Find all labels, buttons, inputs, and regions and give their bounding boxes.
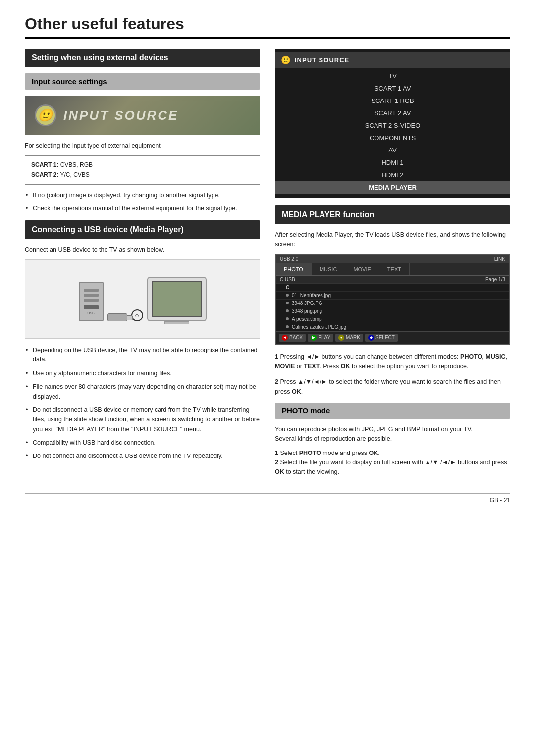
menu-item-scart2av: SCART 2 AV <box>275 107 510 119</box>
mp-mark-button: ● MARK <box>335 334 363 342</box>
mediaplayer-instruction-2: 2 Press ▲/▼/◄/► to select the folder whe… <box>275 377 510 397</box>
input-source-banner-text: INPUT SOURCE <box>63 108 178 123</box>
mp-folder: C <box>276 284 509 292</box>
tv-screen <box>152 281 202 317</box>
media-player-ui: USB 2.0 LINK PHOTO MUSIC MOVIE TEXT C US… <box>275 254 510 345</box>
photo-mode-steps: 1 Select PHOTO mode and press OK. 2 Sele… <box>275 449 510 477</box>
menu-item-scart1av: SCART 1 AV <box>275 82 510 95</box>
scart2-info: SCART 2: Y/C, CVBS <box>31 170 254 180</box>
page-title: Other useful features <box>25 15 510 39</box>
menu-item-scart2svideo: SCART 2 S-VIDEO <box>275 119 510 132</box>
section-header-input-source: Input source settings <box>25 73 260 90</box>
mp-tabs: PHOTO MUSIC MOVIE TEXT <box>276 263 509 276</box>
mp-file-3: 3948 png.png <box>276 307 509 315</box>
scart-info-box: SCART 1: CVBS, RGB SCART 2: Y/C, CVBS <box>25 155 260 185</box>
menu-item-mediaplayer: MEDIA PLAYER <box>275 181 510 194</box>
signal-type-bullets: If no (colour) image is displayed, try c… <box>25 191 260 214</box>
menu-item-hdmi2: HDMI 2 <box>275 169 510 181</box>
bullet-colour-image: If no (colour) image is displayed, try c… <box>25 191 260 200</box>
smiley-icon: 🙂 <box>35 104 56 126</box>
bullet-connect-disconnect: Do not connect and disconnect a USB devi… <box>25 452 260 461</box>
tv-body <box>147 277 207 321</box>
mp-file-5: Calines azules JPEG.jpg <box>276 323 509 331</box>
mp-play-button: ▶ PLAY <box>308 334 333 342</box>
connection-arrow: ○ <box>131 309 143 321</box>
mp-file-2: 3948 JPG.PG <box>276 300 509 307</box>
menu-smiley-icon: 🙂 <box>281 55 291 65</box>
mp-breadcrumb-row: C USB Page 1/3 <box>276 276 509 284</box>
mp-page-info: Page 1/3 <box>485 277 505 282</box>
mp-file-bullet-5 <box>286 325 289 328</box>
menu-item-tv: TV <box>275 70 510 82</box>
mp-file-bullet-2 <box>286 302 289 304</box>
mp-file-bullet-1 <box>286 294 289 297</box>
usb-description: Connect an USB device to the TV as shown… <box>25 245 260 254</box>
menu-item-components: COMPONENTS <box>275 132 510 144</box>
input-source-banner: 🙂 INPUT SOURCE <box>25 96 260 135</box>
mp-mark-circle: ● <box>338 335 344 341</box>
photo-step-1: 1 Select PHOTO mode and press OK. <box>275 449 510 458</box>
mp-tab-text: TEXT <box>379 263 410 275</box>
instruction-2-num: 2 <box>275 378 278 385</box>
section-header-usb: Connecting a USB device (Media Player) <box>25 220 260 239</box>
menu-header: 🙂 INPUT SOURCE <box>275 52 510 68</box>
photo-mode-description: You can reproduce photos with JPG, JPEG … <box>275 425 510 444</box>
usb-connection-illustration: USB ○ <box>25 259 260 339</box>
tv-illustration: USB ○ <box>74 272 212 326</box>
section-header-external-devices: Setting when using external devices <box>25 49 260 67</box>
mp-tab-movie: MOVIE <box>345 263 379 275</box>
page-number: GB - 21 <box>25 493 510 504</box>
mp-file-bullet-3 <box>286 309 289 312</box>
scart1-info: SCART 1: CVBS, RGB <box>31 160 254 170</box>
mp-file-bullet-4 <box>286 317 289 320</box>
bullet-alphanumeric: Use only alphanumeric characters for nam… <box>25 369 260 378</box>
mp-tab-photo: PHOTO <box>276 263 312 275</box>
mp-back-button: ◄ BACK <box>279 334 306 342</box>
instruction-1-num: 1 <box>275 353 278 360</box>
menu-item-scart1rgb: SCART 1 RGB <box>275 95 510 107</box>
mp-tab-music: MUSIC <box>312 263 345 275</box>
mp-select-button: ◆ SELECT <box>365 334 398 342</box>
bullet-operations-manual: Check the operations manual of the exter… <box>25 204 260 213</box>
mp-breadcrumb: C USB <box>280 277 295 282</box>
mp-back-circle: ◄ <box>282 335 288 341</box>
tv-ports-panel: USB <box>79 282 104 321</box>
mp-file-4: A pescar.bmp <box>276 315 509 323</box>
mp-topbar: USB 2.0 LINK <box>276 255 509 263</box>
bullet-file-names: File names over 80 characters (may vary … <box>25 382 260 402</box>
mp-usb-label: USB 2.0 <box>280 256 298 262</box>
usb-warning-bullets: Depending on the USB device, the TV may … <box>25 346 260 461</box>
bullet-hard-disc: Compatibility with USB hard disc connect… <box>25 438 260 448</box>
section-header-mediaplayer: MEDIA PLAYER function <box>275 205 510 224</box>
input-source-description: For selecting the input type of external… <box>25 141 260 151</box>
mp-select-circle: ◆ <box>368 335 374 341</box>
menu-item-hdmi1: HDMI 1 <box>275 156 510 169</box>
mediaplayer-instruction-1: 1 Pressing ◄/► buttons you can change be… <box>275 353 510 372</box>
right-column: 🙂 INPUT SOURCE TV SCART 1 AV SCART 1 RGB… <box>275 49 510 483</box>
mp-bottombar: ◄ BACK ▶ PLAY ● MARK ◆ SELECT <box>276 331 509 344</box>
tv-stand <box>164 321 189 324</box>
menu-item-av: AV <box>275 144 510 156</box>
mp-file-1: 01_Nenúfares.jpg <box>276 292 509 300</box>
mediaplayer-description: After selecting Media Player, the TV loa… <box>275 230 510 249</box>
menu-header-title: INPUT SOURCE <box>295 56 349 64</box>
usb-stick <box>107 313 127 321</box>
input-source-menu: 🙂 INPUT SOURCE TV SCART 1 AV SCART 1 RGB… <box>275 49 510 198</box>
mp-play-circle: ▶ <box>311 335 317 341</box>
bullet-usb-recognise: Depending on the USB device, the TV may … <box>25 346 260 365</box>
section-header-photo-mode: PHOTO mode <box>275 403 510 419</box>
photo-step-2: 2 Select the file you want to display on… <box>275 458 510 477</box>
left-column: Setting when using external devices Inpu… <box>25 49 260 483</box>
bullet-disconnect-warning: Do not disconnect a USB device or memory… <box>25 405 260 434</box>
mp-link-label: LINK <box>494 256 505 262</box>
